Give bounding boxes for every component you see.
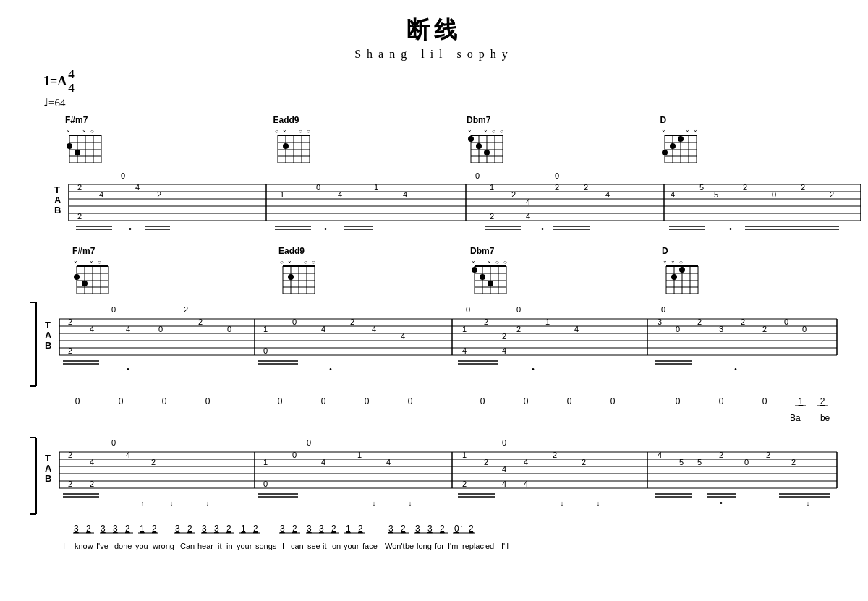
svg-text:I've: I've: [96, 542, 109, 550]
svg-text:0: 0: [555, 171, 559, 180]
svg-text:4: 4: [126, 451, 130, 459]
chord-name-d: D: [660, 115, 667, 125]
svg-text:0: 0: [75, 396, 80, 406]
svg-text:4: 4: [126, 325, 130, 333]
svg-text:×: ×: [472, 259, 475, 265]
svg-text:1: 1: [263, 458, 268, 466]
svg-point-61: [670, 143, 676, 149]
svg-point-45: [476, 143, 482, 149]
svg-text:2: 2: [68, 451, 72, 459]
svg-text:3: 3: [101, 524, 106, 534]
svg-text:×: ×: [694, 128, 697, 135]
svg-text:↓: ↓: [373, 500, 376, 507]
svg-text:can: can: [291, 542, 304, 550]
svg-text:4: 4: [90, 325, 94, 333]
svg-text:×: ×: [74, 259, 77, 265]
svg-text:2: 2: [151, 458, 156, 466]
svg-text:2: 2: [125, 524, 130, 534]
svg-text:2: 2: [198, 317, 203, 326]
svg-text:2: 2: [741, 317, 745, 326]
svg-text:3: 3: [307, 524, 312, 534]
svg-text:4: 4: [386, 458, 391, 466]
svg-text:it: it: [323, 542, 327, 550]
svg-text:0: 0: [162, 396, 167, 406]
svg-text:4: 4: [502, 479, 506, 488]
svg-text:2: 2: [331, 524, 336, 534]
chord-diagram-d-2: × × ○: [662, 257, 702, 298]
svg-point-13: [67, 143, 72, 149]
svg-text:3: 3: [113, 524, 118, 534]
svg-text:1: 1: [357, 451, 362, 459]
svg-text:×: ×: [468, 128, 472, 135]
svg-text:○: ○: [90, 128, 94, 135]
chord-diagram-dbm7-2: × × ○ ○: [470, 257, 511, 298]
svg-text:0: 0: [772, 190, 776, 199]
svg-text:3: 3: [202, 524, 207, 534]
chord-diagram-d: × × ×: [660, 127, 701, 167]
svg-text:2: 2: [187, 524, 192, 534]
svg-text:3: 3: [74, 524, 79, 534]
svg-text:0: 0: [466, 305, 470, 314]
svg-text:0: 0: [111, 305, 116, 314]
svg-text:2: 2: [292, 524, 297, 534]
svg-text:×: ×: [671, 259, 675, 265]
svg-text:2: 2: [582, 458, 586, 466]
svg-text:0: 0: [307, 438, 311, 447]
svg-point-154: [288, 274, 294, 280]
svg-text:0: 0: [316, 183, 320, 192]
svg-text:1: 1: [241, 524, 246, 534]
svg-text:0: 0: [263, 346, 268, 355]
svg-text:3: 3: [280, 524, 285, 534]
svg-text:A: A: [45, 330, 52, 341]
svg-text:↓: ↓: [807, 500, 810, 507]
svg-text:0: 0: [454, 524, 459, 534]
svg-text:4: 4: [526, 197, 530, 206]
svg-text:×: ×: [288, 259, 292, 265]
svg-text:4: 4: [321, 458, 326, 466]
svg-text:2: 2: [90, 479, 94, 488]
svg-text:2: 2: [697, 317, 702, 326]
svg-point-185: [679, 267, 685, 273]
svg-text:×: ×: [662, 128, 665, 135]
svg-text:•: •: [729, 225, 732, 233]
svg-text:songs: songs: [255, 542, 277, 550]
svg-text:you: you: [135, 542, 148, 550]
svg-text:Won't: Won't: [385, 542, 405, 550]
svg-text:2: 2: [469, 524, 474, 534]
svg-text:○: ○: [503, 259, 507, 265]
svg-text:↓: ↓: [409, 500, 412, 507]
svg-point-44: [468, 136, 474, 142]
svg-text:4: 4: [403, 190, 407, 199]
tab-staff-3: T A B 0 0 0 2 4 4 2 2 2: [41, 436, 839, 516]
svg-text:2: 2: [68, 479, 72, 488]
lyric-ba: Ba: [779, 413, 811, 423]
svg-text:×: ×: [686, 128, 689, 135]
svg-text:0: 0: [158, 325, 163, 333]
svg-point-46: [484, 150, 490, 155]
svg-text:2: 2: [68, 346, 72, 355]
svg-text:4: 4: [658, 451, 662, 459]
svg-text:4: 4: [526, 212, 530, 221]
svg-text:○: ○: [307, 128, 310, 135]
svg-text:·: ·: [461, 523, 462, 529]
svg-text:4: 4: [605, 190, 610, 199]
svg-text:×: ×: [67, 128, 70, 135]
svg-text:○: ○: [299, 128, 302, 135]
svg-text:0: 0: [263, 479, 268, 488]
svg-text:3: 3: [388, 524, 393, 534]
svg-text:5: 5: [699, 183, 704, 192]
svg-text:1: 1: [140, 524, 145, 534]
svg-text:0: 0: [227, 325, 231, 333]
svg-text:2: 2: [484, 317, 488, 326]
svg-text:0: 0: [676, 396, 681, 406]
svg-text:4: 4: [321, 325, 326, 333]
svg-text:I: I: [282, 542, 284, 550]
svg-text:2: 2: [553, 451, 557, 459]
svg-text:1: 1: [346, 524, 351, 534]
svg-text:○: ○: [500, 128, 503, 135]
svg-text:•: •: [720, 499, 723, 507]
svg-text:0: 0: [516, 305, 521, 314]
svg-text:4: 4: [90, 458, 94, 466]
svg-text:2: 2: [830, 190, 834, 199]
svg-text:×: ×: [663, 259, 667, 265]
